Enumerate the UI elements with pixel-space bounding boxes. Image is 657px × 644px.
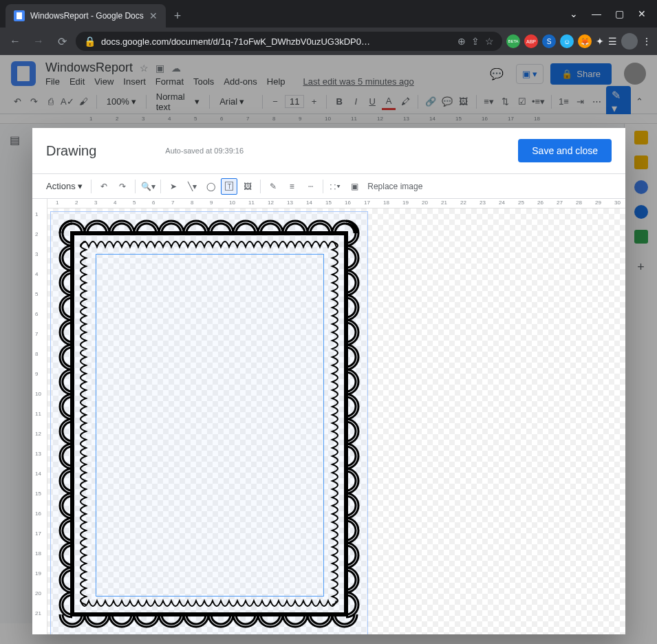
close-window-icon[interactable]: ✕ (638, 8, 646, 19)
back-icon[interactable]: ← (6, 32, 25, 51)
minimize-icon[interactable]: — (592, 8, 601, 19)
border-weight-icon[interactable]: ≡ (283, 178, 300, 195)
border-dash-icon[interactable]: ┄ (302, 178, 319, 195)
docs-favicon (14, 10, 25, 21)
face-extension-icon[interactable]: ☺ (560, 34, 574, 48)
save-and-close-button[interactable]: Save and close (518, 139, 612, 162)
share-page-icon[interactable]: ⇪ (471, 36, 480, 47)
maximize-icon[interactable]: ▢ (615, 8, 624, 19)
beta-extension-icon[interactable]: BETA (506, 34, 520, 48)
textbox-tool-icon[interactable]: 🅃 (221, 178, 237, 195)
close-tab-icon[interactable]: ✕ (149, 10, 158, 21)
lock-icon: 🔒 (84, 36, 96, 47)
border-color-icon[interactable]: ✎ (265, 178, 281, 195)
abp-extension-icon[interactable]: ABP (524, 34, 538, 48)
redo-icon[interactable]: ↷ (114, 178, 131, 195)
drawing-dialog: Drawing Auto-saved at 09:39:16 Save and … (32, 128, 625, 634)
drawing-canvas[interactable] (47, 208, 625, 634)
autosave-status: Auto-saved at 09:39:16 (165, 147, 244, 155)
browser-tab[interactable]: WindowsReport - Google Docs ✕ (6, 4, 166, 28)
drawing-toolbar: Actions ▾ ↶ ↷ 🔍▾ ➤ ╲▾ ◯ 🅃 🖼 ✎ ≡ ┄ ⸬▾ ▣ R… (32, 174, 625, 199)
s-extension-icon[interactable]: S (542, 34, 556, 48)
crop-tool-icon[interactable]: ⸬▾ (327, 178, 344, 195)
select-tool-icon[interactable]: ➤ (165, 178, 182, 195)
replace-image-button[interactable]: Replace image (367, 182, 422, 191)
browser-menu-icon[interactable]: ⋮ (642, 36, 651, 47)
canvas-horizontal-ruler[interactable]: 1234567891011121314151617181920212223242… (47, 199, 625, 208)
star-icon[interactable]: ☆ (485, 36, 494, 47)
extensions-icon[interactable]: ✦ (596, 36, 604, 47)
canvas-vertical-ruler[interactable]: 123456789101112131415161718192021 (32, 199, 47, 634)
drawing-header: Drawing Auto-saved at 09:39:16 Save and … (32, 128, 625, 174)
shape-tool-icon[interactable]: ◯ (202, 178, 219, 195)
window-controls: ⌄ — ▢ ✕ (570, 8, 657, 19)
zoom-tool-icon[interactable]: 🔍▾ (140, 178, 156, 195)
textbox-selection[interactable] (96, 254, 324, 597)
line-tool-icon[interactable]: ╲▾ (184, 178, 200, 195)
browser-tab-strip: WindowsReport - Google Docs ✕ + ⌄ — ▢ ✕ (0, 0, 657, 28)
drawing-title: Drawing (46, 143, 96, 159)
reading-list-icon[interactable]: ☰ (608, 36, 617, 47)
extension-bar: BETA ABP S ☺ 🦊 ✦ ☰ ⋮ (506, 33, 651, 50)
url-bar[interactable]: 🔒 docs.google.com/document/d/1q-71oFwK_D… (76, 32, 502, 51)
profile-avatar[interactable] (621, 33, 638, 50)
fox-extension-icon[interactable]: 🦊 (578, 34, 592, 48)
zoom-icon[interactable]: ⊕ (457, 36, 466, 47)
image-tool-icon[interactable]: 🖼 (239, 178, 256, 195)
forward-icon[interactable]: → (29, 32, 48, 51)
tab-title: WindowsReport - Google Docs (30, 11, 144, 21)
new-tab-button[interactable]: + (174, 9, 182, 23)
reload-icon[interactable]: ⟳ (52, 32, 72, 51)
url-text: docs.google.com/document/d/1q-71oFwK_DWh… (101, 36, 452, 47)
actions-menu[interactable]: Actions ▾ (42, 179, 87, 193)
undo-icon[interactable]: ↶ (96, 178, 112, 195)
chevron-down-icon[interactable]: ⌄ (570, 8, 578, 19)
browser-nav-bar: ← → ⟳ 🔒 docs.google.com/document/d/1q-71… (0, 28, 657, 55)
mask-tool-icon[interactable]: ▣ (346, 178, 363, 195)
